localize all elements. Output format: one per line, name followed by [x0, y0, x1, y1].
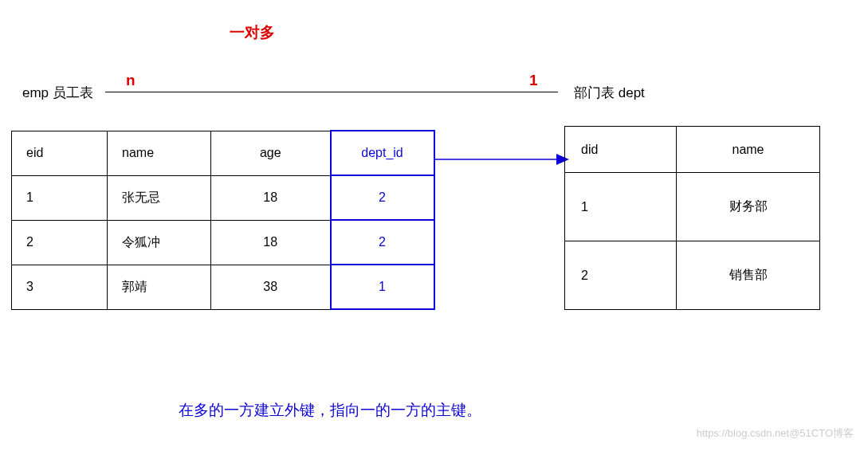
dept-row: 1 财务部 [565, 173, 820, 241]
emp-table-label: emp 员工表 [22, 84, 93, 102]
dept-table-label: 部门表 dept [574, 84, 645, 102]
dept-col-name: name [677, 127, 820, 173]
emp-table: eid name age dept_id 1 张无忌 18 2 2 令狐冲 18… [11, 130, 435, 310]
emp-header-row: eid name age dept_id [12, 131, 434, 175]
dept-header-row: did name [565, 127, 820, 173]
dept-cell-name: 销售部 [677, 241, 820, 310]
emp-cell-age: 18 [211, 220, 331, 265]
emp-col-age: age [211, 131, 331, 175]
watermark: https://blog.csdn.net@51CTO博客 [697, 426, 854, 441]
emp-cell-age: 38 [211, 265, 331, 309]
emp-cell-name: 郭靖 [108, 265, 211, 309]
emp-cell-deptid: 1 [331, 265, 434, 309]
emp-col-eid: eid [12, 131, 108, 175]
dept-cell-did: 1 [565, 173, 677, 241]
emp-cell-age: 18 [211, 175, 331, 220]
cardinality-n: n [126, 72, 136, 89]
dept-col-did: did [565, 127, 677, 173]
cardinality-one: 1 [529, 72, 538, 89]
emp-cell-name: 张无忌 [108, 175, 211, 220]
dept-cell-did: 2 [565, 241, 677, 310]
emp-col-name: name [108, 131, 211, 175]
dept-cell-name: 财务部 [677, 173, 820, 241]
relation-line [105, 92, 558, 92]
dept-table: did name 1 财务部 2 销售部 [564, 126, 820, 310]
emp-cell-eid: 3 [12, 265, 108, 309]
emp-cell-eid: 2 [12, 220, 108, 265]
dept-row: 2 销售部 [565, 241, 820, 310]
emp-col-deptid: dept_id [331, 131, 434, 175]
emp-cell-deptid: 2 [331, 175, 434, 220]
emp-row: 3 郭靖 38 1 [12, 265, 434, 309]
fk-arrow-icon [435, 150, 569, 169]
emp-cell-eid: 1 [12, 175, 108, 220]
emp-row: 2 令狐冲 18 2 [12, 220, 434, 265]
footer-note: 在多的一方建立外键，指向一的一方的主键。 [179, 400, 481, 421]
diagram-title: 一对多 [230, 22, 275, 43]
emp-cell-deptid: 2 [331, 220, 434, 265]
emp-row: 1 张无忌 18 2 [12, 175, 434, 220]
emp-cell-name: 令狐冲 [108, 220, 211, 265]
